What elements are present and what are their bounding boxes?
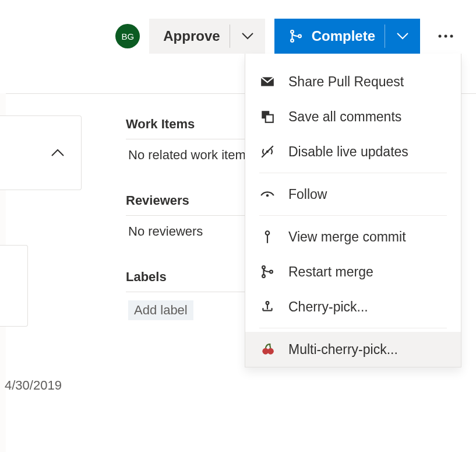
menu-item-label: Follow: [288, 187, 447, 202]
live-off-icon: [259, 143, 276, 160]
merge-icon: [288, 29, 304, 44]
menu-item-label: Multi-cherry-pick...: [288, 342, 447, 358]
menu-separator: [259, 215, 447, 216]
menu-item-label: Disable live updates: [288, 144, 447, 160]
menu-item-multi-cherry-pick[interactable]: Multi-cherry-pick...: [245, 332, 461, 367]
complete-dropdown[interactable]: [385, 19, 420, 54]
chevron-up-icon: [51, 149, 65, 157]
approve-dropdown[interactable]: [230, 19, 265, 54]
complete-button[interactable]: Complete: [274, 19, 420, 54]
cherry-pick-icon: [259, 299, 276, 315]
multi-cherry-icon: [259, 341, 276, 358]
commit-icon: [259, 229, 276, 245]
merge-icon: [259, 264, 276, 280]
approve-label: Approve: [163, 28, 220, 44]
menu-item-label: View merge commit: [288, 229, 447, 245]
avatar-initials: BG: [121, 31, 134, 41]
approve-main[interactable]: Approve: [149, 19, 229, 54]
menu-item-restart-merge[interactable]: Restart merge: [245, 254, 461, 289]
actions-menu: Share Pull RequestSave all commentsDisab…: [245, 54, 461, 367]
card-fragment: [0, 245, 28, 327]
avatar[interactable]: BG: [115, 24, 140, 48]
svg-point-4: [445, 35, 447, 38]
menu-separator: [259, 328, 447, 328]
save-icon: [259, 108, 276, 125]
svg-point-3: [439, 35, 442, 38]
menu-item-label: Share Pull Request: [288, 74, 447, 90]
toolbar: BG Approve Complete: [115, 19, 462, 54]
collapse-card[interactable]: [0, 115, 82, 190]
svg-point-5: [450, 35, 453, 38]
menu-item-disable-live-updates[interactable]: Disable live updates: [245, 134, 461, 169]
menu-item-share-pull-request[interactable]: Share Pull Request: [245, 64, 461, 99]
menu-item-cherry-pick[interactable]: Cherry-pick...: [245, 289, 461, 324]
menu-item-view-merge-commit[interactable]: View merge commit: [245, 219, 461, 254]
menu-item-label: Cherry-pick...: [288, 299, 447, 315]
complete-label: Complete: [312, 28, 375, 44]
svg-point-0: [291, 30, 294, 33]
mail-icon: [259, 73, 276, 90]
svg-point-1: [291, 39, 294, 42]
date-text: 4/30/2019: [5, 378, 62, 393]
menu-separator: [259, 173, 447, 173]
approve-button[interactable]: Approve: [149, 19, 265, 54]
menu-item-save-all-comments[interactable]: Save all comments: [245, 99, 461, 134]
more-actions-button[interactable]: [429, 19, 462, 54]
ellipsis-icon: [438, 34, 454, 38]
menu-item-label: Restart merge: [288, 264, 447, 280]
chevron-down-icon: [397, 33, 408, 40]
chevron-down-icon: [242, 33, 253, 40]
add-label-input[interactable]: Add label: [128, 300, 193, 320]
svg-point-2: [298, 35, 301, 38]
complete-main[interactable]: Complete: [274, 19, 385, 54]
menu-item-label: Save all comments: [288, 109, 447, 125]
menu-item-follow[interactable]: Follow: [245, 177, 461, 212]
eye-icon: [259, 186, 276, 202]
